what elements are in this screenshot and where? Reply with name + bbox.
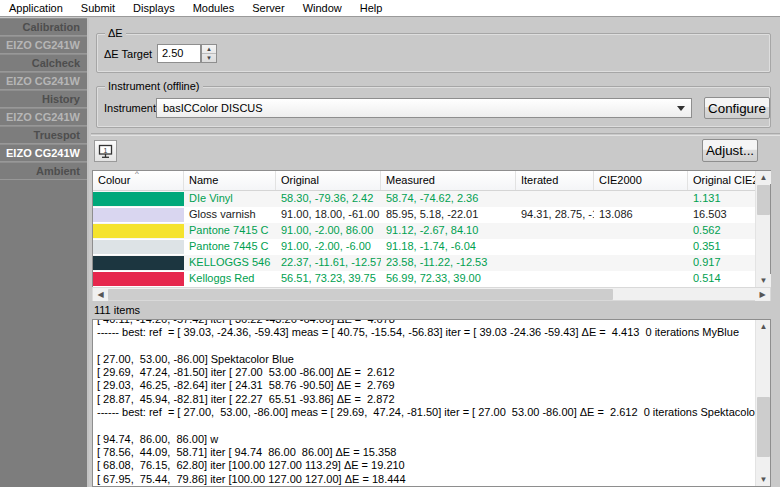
cie2000-cell [594,255,688,271]
table-row[interactable]: KELLOGGS 546 22.37, -11.61, -12.57 23.58… [93,255,756,271]
sidebar-item[interactable]: EIZO CG241W [0,108,87,126]
sidebar-item[interactable]: History [0,90,87,108]
name-cell: Kelloggs Red [184,271,276,287]
colour-swatch [93,192,184,206]
menu-item[interactable]: Application [0,0,72,17]
original-cie2000-cell: 0.351 [688,239,755,255]
menu-item[interactable]: Help [351,0,392,17]
horizontal-splitter[interactable] [91,133,780,136]
measured-cell: 85.95, 5.18, -22.01 [381,207,516,223]
menu-item[interactable]: Modules [184,0,244,17]
cie2000-cell [594,223,688,239]
log-vertical-scrollbar[interactable]: ▲ ▼ [755,320,770,486]
spin-down-icon[interactable]: ▼ [202,54,216,63]
sidebar-item[interactable]: EIZO CG241W [0,72,87,90]
name-cell: Pantone 7445 C [184,239,276,255]
original-cell: 91.00, -2.00, -6.00 [276,239,381,255]
colour-swatch [93,240,184,254]
name-cell: DIe Vinyl [184,191,276,207]
column-header[interactable]: Name [184,171,276,190]
sidebar-item[interactable]: EIZO CG241W [0,144,87,162]
delta-e-target-label: ΔE Target [104,47,152,61]
measured-cell: 56.99, 72.33, 39.00 [381,271,516,287]
instrument-label: Instrument [104,101,156,115]
column-header[interactable]: Original CIE200 [688,171,755,190]
iterated-cell [516,223,594,239]
table-vertical-scrollbar[interactable]: ▲ ▼ [755,171,770,287]
iterated-cell [516,255,594,271]
table-hscroll-thumb[interactable] [108,289,613,300]
colour-cell [93,255,184,271]
scroll-up-icon[interactable]: ▲ [756,171,771,184]
table-header: Colour Name Original Measured Iterated C… [93,171,770,191]
original-cell: 56.51, 73.23, 39.75 [276,271,381,287]
sidebar-item[interactable]: Ambient [0,162,87,180]
scroll-down-icon[interactable]: ▼ [756,473,771,486]
display-select-button[interactable]: 1 [94,140,117,162]
table-row[interactable]: Gloss varnish 91.00, 18.00, -61.00 85.95… [93,207,756,223]
column-header[interactable]: Iterated [516,171,594,190]
menu-item[interactable]: Submit [72,0,124,17]
delta-e-target-input[interactable]: 2.50 [157,44,201,63]
table-vscroll-thumb[interactable] [757,185,770,215]
scroll-right-icon[interactable]: ▶ [755,288,770,301]
table-horizontal-scrollbar[interactable]: ◀ ▶ [92,287,771,301]
instrument-group-title: Instrument (offline) [105,80,203,92]
delta-e-group: ΔE ΔE Target 2.50 ▲ ▼ [96,33,771,73]
iterated-cell [516,271,594,287]
log-text: [ 40.11, -14.26, -57.42] iter [ 36.22 -4… [97,319,753,487]
measured-cell: 23.58, -11.22, -12.53 [381,255,516,271]
name-cell: KELLOGGS 546 [184,255,276,271]
table-row[interactable]: DIe Vinyl 58.30, -79.36, 2.42 58.74, -74… [93,191,756,207]
column-header[interactable]: CIE2000 [594,171,688,190]
scroll-up-icon[interactable]: ▲ [756,320,771,333]
cie2000-cell: 13.086 [594,207,688,223]
original-cell: 58.30, -79.36, 2.42 [276,191,381,207]
name-cell: Pantone 7415 C [184,223,276,239]
column-header[interactable]: Measured [381,171,516,190]
colour-swatch [93,272,184,286]
measured-cell: 91.18, -1.74, -6.04 [381,239,516,255]
menu-item[interactable]: Window [294,0,351,17]
column-header[interactable]: Original [276,171,381,190]
instrument-selected-value: basICColor DISCUS [163,102,263,114]
original-cell: 91.00, 18.00, -61.00 [276,207,381,223]
instrument-select[interactable]: basICColor DISCUS [156,98,692,118]
sidebar-item[interactable]: EIZO CG241W [0,36,87,54]
log-vscroll-thumb[interactable] [757,397,770,457]
measured-cell: 58.74, -74.62, 2.36 [381,191,516,207]
colour-cell [93,223,184,239]
instrument-group: Instrument (offline) Instrument basICCol… [96,86,771,128]
scroll-down-icon[interactable]: ▼ [756,274,771,287]
menu-item[interactable]: Server [243,0,293,17]
items-count-label: 111 items [94,304,140,316]
adjust-button[interactable]: Adjust... [702,139,758,162]
cie2000-cell [594,239,688,255]
sidebar-item[interactable]: Truespot [0,126,87,144]
menu-item[interactable]: Displays [124,0,184,17]
iterated-cell [516,239,594,255]
scroll-left-icon[interactable]: ◀ [93,288,108,301]
name-cell: Gloss varnish [184,207,276,223]
table-row[interactable]: Pantone 7415 C 91.00, -2.00, 86.00 91.12… [93,223,756,239]
spin-up-icon[interactable]: ▲ [202,45,216,54]
delta-e-target-stepper[interactable]: ▲ ▼ [201,44,217,63]
original-cie2000-cell: 0.562 [688,223,755,239]
configure-button[interactable]: Configure [704,97,770,119]
table-row[interactable]: Pantone 7445 C 91.00, -2.00, -6.00 91.18… [93,239,756,255]
cie2000-cell [594,191,688,207]
delta-e-group-title: ΔE [105,27,126,39]
original-cie2000-cell: 0.514 [688,271,755,287]
iterated-cell [516,191,594,207]
table-row[interactable]: Kelloggs Red 56.51, 73.23, 39.75 56.99, … [93,271,756,287]
svg-text:1: 1 [104,146,108,153]
sidebar-item[interactable]: Calibration [0,18,87,36]
log-output[interactable]: [ 40.11, -14.26, -57.42] iter [ 36.22 -4… [92,319,771,487]
sidebar-item[interactable]: Calcheck [0,54,87,72]
table-body: DIe Vinyl 58.30, -79.36, 2.42 58.74, -74… [93,191,756,287]
colour-table: Colour Name Original Measured Iterated C… [92,170,771,301]
colour-swatch [93,208,184,222]
colour-swatch [93,256,184,270]
display-1-icon: 1 [98,144,113,159]
measured-cell: 91.12, -2.67, 84.10 [381,223,516,239]
